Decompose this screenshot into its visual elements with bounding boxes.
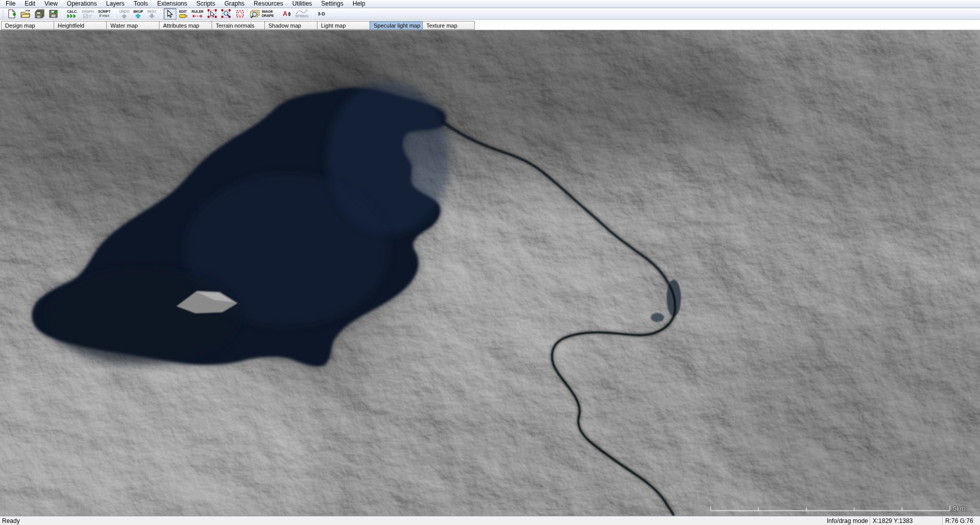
image-stack-icon — [249, 9, 260, 18]
menu-tools[interactable]: Tools — [129, 0, 153, 8]
status-ready-text: Ready — [2, 517, 20, 524]
font-a-icon: A — [283, 11, 287, 17]
image-drape-label: IMAGE DRAPE — [262, 10, 274, 18]
menu-edit[interactable]: Edit — [20, 0, 40, 8]
backup-up-arrow-icon — [135, 14, 141, 18]
menu-help[interactable]: Help — [348, 0, 370, 8]
floppy-save-icon — [49, 9, 58, 18]
status-coordinates-text: X:1829 Y:1383 — [873, 517, 913, 524]
menu-file[interactable]: File — [1, 0, 20, 8]
menu-extensions[interactable]: Extensions — [153, 0, 192, 8]
deselect-button[interactable] — [233, 8, 247, 19]
menu-resources[interactable]: Resources — [249, 0, 287, 8]
edit-tool-button[interactable]: EDIT — [176, 8, 190, 19]
deselect-icon — [235, 9, 245, 18]
open-file-button[interactable] — [18, 8, 33, 19]
new-file-icon — [7, 9, 16, 18]
menu-view[interactable]: View — [40, 0, 62, 8]
ruler-arrow-icon — [192, 14, 203, 18]
tab-heightfield[interactable]: Heightfield — [54, 21, 106, 30]
status-divider — [942, 517, 943, 525]
menu-bar: File Edit View Operations Layers Tools E… — [0, 0, 980, 8]
terrain-canvas[interactable]: 5km — [0, 30, 980, 516]
menu-settings[interactable]: Settings — [316, 0, 348, 8]
undo-button[interactable]: UNDO — [117, 8, 131, 19]
zoom-region-button[interactable] — [219, 8, 233, 19]
tab-attributes-map[interactable]: Attributes map — [159, 21, 212, 30]
floppy-stack-icon — [35, 9, 45, 18]
new-file-button[interactable] — [5, 8, 18, 19]
spring-arc-icon — [295, 9, 308, 14]
tab-light-map[interactable]: Light map — [317, 21, 370, 30]
status-bar: Ready Info/drag mode X:1829 Y:1383 R:76 … — [0, 516, 980, 525]
cursor-arrow-icon — [166, 10, 174, 18]
toolbar-separator — [115, 9, 115, 19]
restore-button[interactable]: REST. — [145, 8, 159, 19]
pointer-tool-button[interactable] — [164, 8, 176, 19]
calc-button[interactable]: CALC. — [65, 8, 79, 19]
scale-label: 5km — [953, 505, 966, 512]
scale-bar: 5km — [710, 505, 966, 512]
toolbar-separator — [161, 9, 162, 19]
open-folder-icon — [20, 9, 31, 18]
tab-shadow-map[interactable]: Shadow map — [264, 21, 317, 30]
spring-button[interactable]: SPRING — [293, 8, 311, 19]
script-button[interactable]: SCRIPT if else — [96, 8, 112, 19]
tab-terrain-normals[interactable]: Terrain normals — [212, 21, 264, 30]
map-tabs: Design map Heightfield Water map Attribu… — [0, 21, 980, 30]
ruler-tool-button[interactable]: RULER — [190, 8, 206, 19]
select-region-icon — [208, 9, 217, 18]
menu-operations[interactable]: Operations — [62, 0, 102, 8]
calc-arrows-icon — [67, 14, 77, 18]
toolbar: CALC. GRAPH SCRIPT if else UNDO BKUP RES… — [0, 8, 980, 20]
save-all-button[interactable] — [33, 8, 47, 19]
toolbar-separator — [312, 9, 313, 19]
tab-texture-map[interactable]: Texture map — [422, 21, 475, 30]
scale-bar-line — [710, 505, 951, 512]
tab-specular-light-map[interactable]: Specular light map — [370, 21, 422, 30]
image-drape-button[interactable]: IMAGE DRAPE — [247, 8, 276, 19]
menu-graphs[interactable]: Graphs — [220, 0, 249, 8]
backup-button[interactable]: BKUP — [131, 8, 145, 19]
graph-icon — [83, 14, 93, 18]
up-down-arrows-icon — [288, 12, 291, 16]
status-divider — [870, 517, 870, 525]
select-region-button[interactable] — [206, 8, 219, 19]
menu-scripts[interactable]: Scripts — [192, 0, 220, 8]
three-d-button[interactable]: 3-D — [315, 8, 328, 19]
tab-design-map[interactable]: Design map — [1, 21, 54, 30]
status-mode-text: Info/drag mode — [797, 517, 868, 524]
toolbar-separator — [278, 9, 279, 19]
toolbar-separator — [62, 9, 63, 19]
menu-layers[interactable]: Layers — [102, 0, 129, 8]
lighting-angle-button[interactable]: A — [281, 8, 293, 19]
undo-arrow-icon — [121, 14, 127, 18]
edit-marker-icon — [178, 14, 188, 18]
zoom-region-icon — [221, 9, 231, 18]
tab-water-map[interactable]: Water map — [106, 21, 159, 30]
restore-down-arrow-icon — [149, 14, 155, 18]
graph-button[interactable]: GRAPH — [79, 8, 96, 19]
menu-utilities[interactable]: Utilities — [288, 0, 317, 8]
toolbar-grip[interactable] — [2, 9, 4, 18]
save-button[interactable] — [47, 8, 60, 19]
status-rgb-text: R:76 G:76 B:76 — [945, 517, 980, 525]
hillshade-terrain-image — [0, 30, 980, 516]
